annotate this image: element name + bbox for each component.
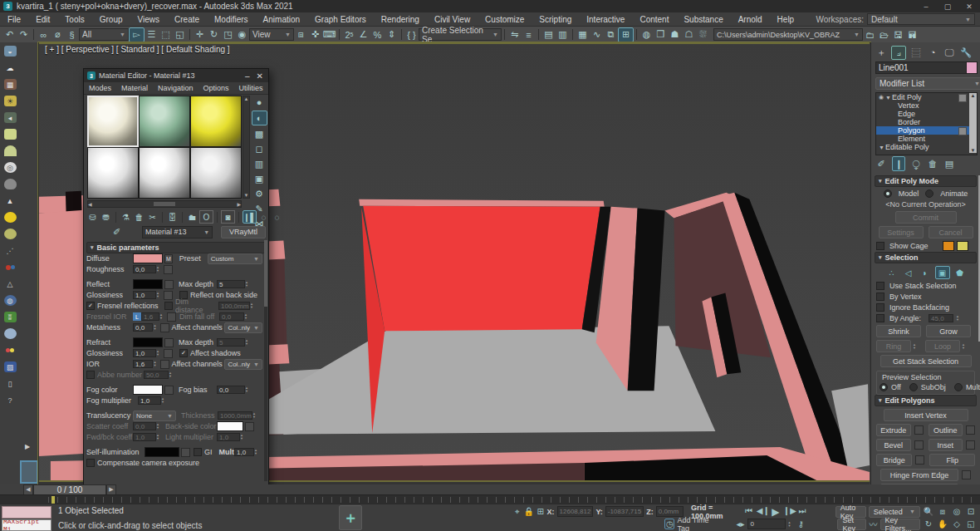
preview-subobj-radio[interactable]: [909, 383, 918, 391]
me-minimize-button[interactable]: –: [245, 71, 250, 81]
isolate-selection-icon[interactable]: ⌖: [513, 507, 522, 517]
maximize-viewport-icon[interactable]: ◱: [965, 519, 977, 529]
make-unique-icon[interactable]: ✂: [146, 211, 159, 223]
roughness-spinner[interactable]: ▲▼: [156, 265, 162, 273]
stack-item-polygon-selected[interactable]: Polygon: [876, 126, 977, 135]
show-cage-checkbox[interactable]: [876, 242, 884, 250]
video-color-check-icon[interactable]: ▥: [252, 157, 267, 170]
snaps-toggle-icon[interactable]: 25: [342, 28, 356, 42]
align-icon[interactable]: ≡: [522, 28, 536, 42]
select-object-icon[interactable]: ▻: [129, 27, 145, 42]
select-by-name-icon[interactable]: ☰: [145, 28, 159, 42]
select-scale-icon[interactable]: ◳: [221, 28, 235, 42]
object-color-swatch[interactable]: [966, 61, 978, 74]
selection-filter-dropdown[interactable]: All ▼: [79, 28, 129, 41]
by-angle-checkbox[interactable]: [876, 314, 884, 322]
rectangular-selection-icon[interactable]: ⬚: [159, 28, 173, 42]
modify-tab-icon[interactable]: ⟓: [891, 46, 906, 60]
fog-bias-field[interactable]: 0,0: [217, 386, 245, 394]
material-slot-1-selected[interactable]: [87, 96, 139, 147]
flip-button[interactable]: Flip: [929, 454, 975, 466]
use-stack-selection-checkbox[interactable]: [876, 282, 884, 290]
hinge-settings-icon[interactable]: [962, 470, 971, 479]
menu-graph-editors[interactable]: Graph Editors: [307, 12, 374, 26]
show-end-result-icon[interactable]: ❙: [892, 156, 905, 171]
by-vertex-checkbox[interactable]: [876, 293, 884, 301]
material-slot-2[interactable]: [139, 96, 190, 147]
mult-spinner[interactable]: ▲▼: [254, 448, 260, 456]
backside-map-button[interactable]: [245, 422, 254, 431]
model-radio[interactable]: [884, 189, 892, 198]
close-button[interactable]: ✕: [958, 0, 980, 12]
stack-item-edit-poly[interactable]: ◉ ▼ Edit Poly: [876, 93, 977, 101]
preview-multi-radio[interactable]: [954, 383, 963, 391]
cage-selected-color-swatch[interactable]: [957, 241, 968, 251]
element-mode-icon[interactable]: ⬟: [953, 267, 967, 278]
undo-icon[interactable]: ↶: [2, 28, 17, 42]
motion-tab-icon[interactable]: ◔: [926, 47, 939, 59]
orbit-icon[interactable]: ↻: [923, 519, 934, 529]
ring-button[interactable]: Ring: [876, 340, 911, 352]
bevel-settings-icon[interactable]: [914, 440, 924, 450]
slots-vertical-scrollbar[interactable]: ▲ ▼: [243, 96, 250, 199]
stack-item-border[interactable]: Border: [876, 118, 977, 126]
keyboard-override-icon[interactable]: ⌨: [322, 28, 336, 42]
by-angle-spinner[interactable]: ▲▼: [956, 314, 962, 322]
metalness-spinner[interactable]: ▲▼: [153, 323, 159, 332]
scrollbar-thumb[interactable]: [154, 202, 175, 206]
cloud-icon[interactable]: ☁: [4, 62, 17, 73]
by-angle-field[interactable]: 45,0: [929, 314, 953, 322]
foliage-icon[interactable]: ʬ: [4, 312, 17, 322]
material-editor-titlebar[interactable]: 3 Material Editor - Material #13 – ✕: [84, 69, 268, 82]
layer-manager-icon[interactable]: ▤: [541, 28, 556, 42]
zoom-region-icon[interactable]: ⊡: [965, 507, 977, 517]
time-tag-clock-icon[interactable]: ◷: [664, 519, 674, 529]
fresnel-ior-lock-button[interactable]: L: [133, 312, 141, 321]
save-file-icon[interactable]: 🗁: [877, 28, 891, 42]
molecule-icon[interactable]: [4, 262, 17, 273]
frame-step-icon[interactable]: ◂▸: [734, 519, 746, 529]
zoom-icon[interactable]: 🔍: [923, 507, 934, 517]
reference-coordinate-dropdown[interactable]: View ▼: [249, 28, 294, 41]
menu-substance[interactable]: Substance: [676, 12, 730, 26]
field-of-view-icon[interactable]: ◇: [951, 519, 963, 529]
cone-icon[interactable]: ▲: [4, 195, 17, 206]
put-to-library-icon[interactable]: 🗄: [166, 211, 179, 223]
basic-parameters-rollout[interactable]: ▾ Basic parameters: [86, 242, 267, 253]
import-file-icon[interactable]: 🗀: [863, 28, 877, 42]
ior-map-button[interactable]: [160, 360, 169, 369]
get-stack-selection-button[interactable]: Get Stack Selection: [880, 355, 972, 367]
menu-animation[interactable]: Animation: [256, 12, 307, 26]
fresnel-ior-spinner[interactable]: ▲▼: [159, 312, 165, 321]
me-menu-navigation[interactable]: Navigation: [153, 84, 198, 92]
generate-preview-icon[interactable]: ▣: [252, 172, 267, 185]
use-pivot-center-icon[interactable]: ⧈: [294, 28, 308, 42]
menu-modifiers[interactable]: Modifiers: [207, 12, 256, 26]
curve-editor-icon[interactable]: ∿: [590, 28, 604, 42]
clipboard-icon[interactable]: ▯: [4, 378, 17, 389]
next-frame-icon[interactable]: ▶: [106, 484, 116, 495]
selection-header[interactable]: ▾ Selection: [875, 252, 977, 263]
open-in-cloud-icon[interactable]: ⛆: [696, 28, 710, 42]
key-mode-icon[interactable]: ⚷: [795, 519, 806, 529]
add-time-tag[interactable]: Add Time Tag: [677, 516, 710, 531]
workspaces-dropdown[interactable]: Default ▼: [867, 13, 975, 25]
menu-group[interactable]: Group: [92, 12, 130, 26]
scene-explorer-icon[interactable]: ▥: [556, 28, 570, 42]
reset-map-icon[interactable]: 🗑: [133, 211, 145, 223]
light-multiplier-spinner[interactable]: ▲▼: [240, 433, 246, 441]
time-slider[interactable]: ◀ 0 / 100 ▶: [23, 485, 116, 494]
reflect-color-swatch[interactable]: [133, 279, 163, 289]
ignore-backfacing-checkbox[interactable]: [876, 303, 884, 312]
select-placement-icon[interactable]: ◉: [235, 28, 249, 42]
me-close-button[interactable]: ✕: [257, 71, 263, 81]
assign-to-selection-icon[interactable]: ⚗: [120, 211, 132, 223]
time-slider-thumb[interactable]: 0 / 100: [33, 484, 106, 495]
affect-shadows-checkbox[interactable]: ✓: [179, 349, 188, 357]
sample-type-icon[interactable]: ●: [252, 96, 267, 109]
play-icon[interactable]: ▶: [770, 506, 782, 518]
inset-settings-icon[interactable]: [966, 440, 975, 450]
menu-interactive[interactable]: Interactive: [579, 12, 632, 26]
fresnel-ior-field[interactable]: 1,6: [141, 312, 159, 321]
set-key-button[interactable]: Set Key: [837, 519, 866, 530]
